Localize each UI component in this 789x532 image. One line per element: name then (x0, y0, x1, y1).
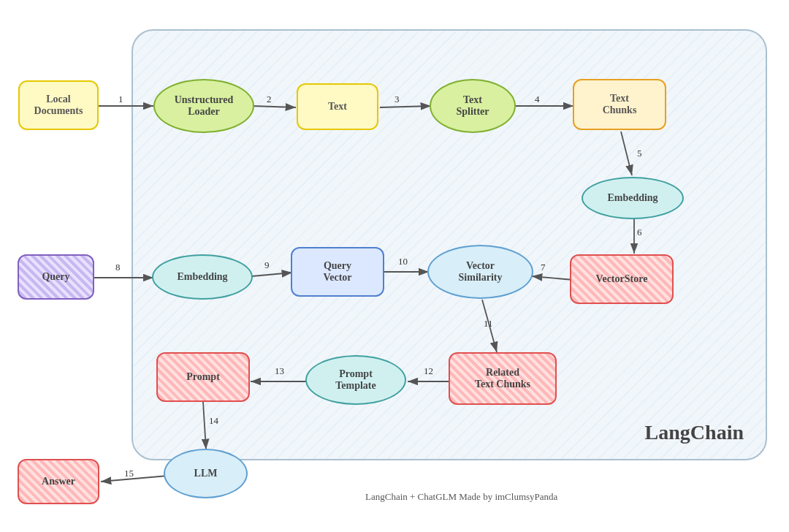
node-local-documents: Local Documents (18, 80, 99, 130)
node-llm: LLM (164, 449, 248, 498)
label-5: 5 (637, 148, 642, 159)
node-vector-similarity: Vector Similarity (427, 245, 533, 299)
label-6: 6 (637, 227, 642, 238)
node-embedding2: Embedding (152, 254, 253, 300)
label-13: 13 (275, 365, 284, 377)
node-query: Query (18, 254, 94, 300)
node-unstructured-loader: Unstructured Loader (153, 79, 254, 133)
label-3: 3 (394, 94, 400, 105)
node-text: Text (297, 83, 378, 130)
node-text-splitter: Text Splitter (430, 79, 516, 133)
label-14: 14 (209, 415, 218, 427)
diagram: LangChain (7, 7, 782, 525)
label-10: 10 (398, 256, 408, 267)
node-text-chunks: Text Chunks (573, 79, 666, 130)
node-answer: Answer (18, 459, 99, 504)
label-15: 15 (124, 468, 134, 479)
label-11: 11 (484, 318, 493, 330)
node-vector-store: VectorStore (570, 254, 674, 304)
node-query-vector: Query Vector (291, 247, 384, 297)
label-12: 12 (424, 365, 433, 377)
node-prompt: Prompt (156, 352, 250, 402)
label-4: 4 (535, 94, 540, 105)
label-8: 8 (115, 262, 121, 273)
label-1: 1 (118, 94, 123, 105)
node-prompt-template: Prompt Template (305, 355, 406, 405)
langchain-label: LangChain (645, 421, 744, 444)
node-embedding1: Embedding (582, 177, 684, 219)
node-related-text-chunks: Related Text Chunks (449, 352, 557, 405)
credit: LangChain + ChatGLM Made by imClumsyPand… (365, 491, 557, 503)
svg-line-15 (101, 476, 168, 482)
label-2: 2 (267, 94, 272, 105)
label-7: 7 (541, 262, 546, 273)
label-9: 9 (264, 259, 270, 271)
